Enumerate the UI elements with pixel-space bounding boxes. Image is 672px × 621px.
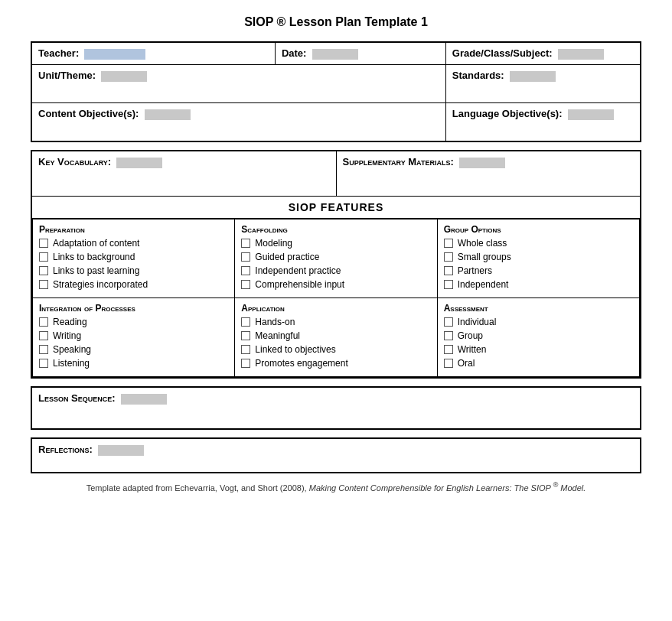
checkbox-writing[interactable] xyxy=(39,331,48,340)
supp-materials-label: Supplementary Materials: xyxy=(343,156,454,167)
checkbox-whole-class[interactable] xyxy=(444,239,453,248)
group-options-header: Group Options xyxy=(444,224,633,238)
list-item: Comprehensible input xyxy=(241,279,430,290)
checkbox-modeling[interactable] xyxy=(241,239,250,248)
teacher-label: Teacher: xyxy=(38,47,79,59)
page-title: SIOP ® Lesson Plan Template 1 xyxy=(31,15,641,29)
list-item: Links to background xyxy=(39,252,228,262)
checkbox-strategies[interactable] xyxy=(39,280,48,289)
list-item: Listening xyxy=(39,358,228,369)
list-item: Guided practice xyxy=(241,252,430,262)
scaffolding-header: Scaffolding xyxy=(241,224,430,238)
unit-label: Unit/Theme: xyxy=(38,70,96,81)
reflections-label: Reflections: xyxy=(38,444,93,455)
checkbox-comprehensible[interactable] xyxy=(241,280,250,289)
key-vocab-label: Key Vocabulary: xyxy=(38,156,111,167)
list-item: Strategies incorporated xyxy=(39,279,228,290)
checkbox-speaking[interactable] xyxy=(39,345,48,354)
supp-materials-value[interactable] xyxy=(459,158,505,168)
list-item: Independent practice xyxy=(241,265,430,276)
list-item: Linked to objectives xyxy=(241,344,430,355)
grade-value[interactable] xyxy=(558,49,604,60)
content-objective-label: Content Objective(s): xyxy=(38,108,139,119)
preparation-header: Preparation xyxy=(39,224,228,238)
list-item: Meaningful xyxy=(241,330,430,341)
checkbox-adaptation[interactable] xyxy=(39,239,48,248)
checkbox-oral[interactable] xyxy=(444,359,453,368)
checkbox-links-background[interactable] xyxy=(39,252,48,262)
list-item: Modeling xyxy=(241,238,430,249)
integration-header: Integration of Processes xyxy=(39,303,228,317)
siop-features-header: SIOP FEATURES xyxy=(31,197,641,219)
checkbox-hands-on[interactable] xyxy=(241,317,250,327)
standards-value[interactable] xyxy=(510,71,556,82)
lesson-sequence-value[interactable] xyxy=(121,394,167,405)
checkbox-partners[interactable] xyxy=(444,266,453,275)
date-label: Date: xyxy=(282,47,307,59)
language-objective-label: Language Objective(s): xyxy=(452,108,563,119)
checkbox-reading[interactable] xyxy=(39,317,48,327)
list-item: Independent xyxy=(444,279,633,290)
checkbox-guided-practice[interactable] xyxy=(241,252,250,262)
checkbox-listening[interactable] xyxy=(39,359,48,368)
list-item: Speaking xyxy=(39,344,228,355)
reflections-value[interactable] xyxy=(98,445,144,456)
checkbox-meaningful[interactable] xyxy=(241,331,250,340)
assessment-header: Assessment xyxy=(444,303,633,317)
list-item: Whole class xyxy=(444,238,633,249)
key-vocab-value[interactable] xyxy=(116,158,162,168)
checkbox-small-groups[interactable] xyxy=(444,252,453,262)
list-item: Hands-on xyxy=(241,317,430,327)
list-item: Individual xyxy=(444,317,633,327)
application-header: Application xyxy=(241,303,430,317)
lesson-sequence-label: Lesson Sequence: xyxy=(38,392,116,404)
checkbox-linked-objectives[interactable] xyxy=(241,345,250,354)
list-item: Links to past learning xyxy=(39,265,228,276)
list-item: Promotes engagement xyxy=(241,358,430,369)
language-objective-value[interactable] xyxy=(568,109,614,120)
checkbox-independent[interactable] xyxy=(444,280,453,289)
date-value[interactable] xyxy=(312,49,358,60)
unit-value[interactable] xyxy=(101,71,147,82)
checkbox-independent-practice[interactable] xyxy=(241,266,250,275)
list-item: Written xyxy=(444,344,633,355)
checkbox-individual[interactable] xyxy=(444,317,453,327)
grade-label: Grade/Class/Subject: xyxy=(452,47,553,59)
list-item: Partners xyxy=(444,265,633,276)
content-objective-value[interactable] xyxy=(145,109,191,120)
checkbox-promotes-engagement[interactable] xyxy=(241,359,250,368)
checkbox-group[interactable] xyxy=(444,331,453,340)
list-item: Oral xyxy=(444,358,633,369)
list-item: Group xyxy=(444,330,633,341)
list-item: Reading xyxy=(39,317,228,327)
list-item: Adaptation of content xyxy=(39,238,228,249)
checkbox-links-past[interactable] xyxy=(39,266,48,275)
footer-text: Template adapted from Echevarria, Vogt, … xyxy=(31,481,641,493)
checkbox-written[interactable] xyxy=(444,345,453,354)
list-item: Small groups xyxy=(444,252,633,262)
teacher-value[interactable] xyxy=(84,49,145,60)
standards-label: Standards: xyxy=(452,70,504,81)
list-item: Writing xyxy=(39,330,228,341)
